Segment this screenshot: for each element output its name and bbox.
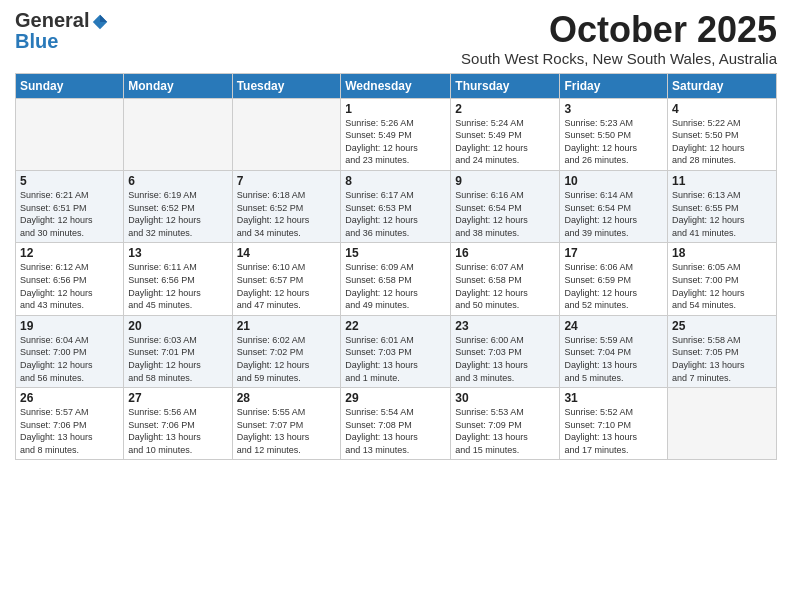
day-info: Sunrise: 6:19 AMSunset: 6:52 PMDaylight:…: [128, 189, 227, 239]
calendar-cell: 8Sunrise: 6:17 AMSunset: 6:53 PMDaylight…: [341, 170, 451, 242]
day-number: 31: [564, 391, 663, 405]
day-info: Sunrise: 6:14 AMSunset: 6:54 PMDaylight:…: [564, 189, 663, 239]
day-number: 29: [345, 391, 446, 405]
header-day-friday: Friday: [560, 73, 668, 98]
day-number: 23: [455, 319, 555, 333]
day-info: Sunrise: 6:12 AMSunset: 6:56 PMDaylight:…: [20, 261, 119, 311]
day-number: 4: [672, 102, 772, 116]
day-number: 2: [455, 102, 555, 116]
calendar-cell: [16, 98, 124, 170]
day-info: Sunrise: 5:26 AMSunset: 5:49 PMDaylight:…: [345, 117, 446, 167]
day-info: Sunrise: 5:24 AMSunset: 5:49 PMDaylight:…: [455, 117, 555, 167]
calendar-cell: 15Sunrise: 6:09 AMSunset: 6:58 PMDayligh…: [341, 243, 451, 315]
calendar-cell: 1Sunrise: 5:26 AMSunset: 5:49 PMDaylight…: [341, 98, 451, 170]
calendar-cell: 16Sunrise: 6:07 AMSunset: 6:58 PMDayligh…: [451, 243, 560, 315]
day-number: 7: [237, 174, 337, 188]
header-day-wednesday: Wednesday: [341, 73, 451, 98]
calendar-cell: 19Sunrise: 6:04 AMSunset: 7:00 PMDayligh…: [16, 315, 124, 387]
calendar-cell: [232, 98, 341, 170]
day-info: Sunrise: 6:03 AMSunset: 7:01 PMDaylight:…: [128, 334, 227, 384]
day-info: Sunrise: 6:13 AMSunset: 6:55 PMDaylight:…: [672, 189, 772, 239]
logo-blue-text: Blue: [15, 31, 109, 51]
day-info: Sunrise: 6:11 AMSunset: 6:56 PMDaylight:…: [128, 261, 227, 311]
day-info: Sunrise: 6:06 AMSunset: 6:59 PMDaylight:…: [564, 261, 663, 311]
calendar-cell: 30Sunrise: 5:53 AMSunset: 7:09 PMDayligh…: [451, 388, 560, 460]
calendar-cell: 17Sunrise: 6:06 AMSunset: 6:59 PMDayligh…: [560, 243, 668, 315]
day-number: 20: [128, 319, 227, 333]
day-number: 3: [564, 102, 663, 116]
calendar-week-4: 19Sunrise: 6:04 AMSunset: 7:00 PMDayligh…: [16, 315, 777, 387]
day-info: Sunrise: 6:05 AMSunset: 7:00 PMDaylight:…: [672, 261, 772, 311]
day-info: Sunrise: 5:56 AMSunset: 7:06 PMDaylight:…: [128, 406, 227, 456]
header-day-tuesday: Tuesday: [232, 73, 341, 98]
calendar-cell: 2Sunrise: 5:24 AMSunset: 5:49 PMDaylight…: [451, 98, 560, 170]
day-number: 12: [20, 246, 119, 260]
day-number: 19: [20, 319, 119, 333]
calendar-cell: [124, 98, 232, 170]
day-info: Sunrise: 6:04 AMSunset: 7:00 PMDaylight:…: [20, 334, 119, 384]
header-day-monday: Monday: [124, 73, 232, 98]
day-number: 18: [672, 246, 772, 260]
day-number: 27: [128, 391, 227, 405]
day-info: Sunrise: 5:58 AMSunset: 7:05 PMDaylight:…: [672, 334, 772, 384]
header-day-thursday: Thursday: [451, 73, 560, 98]
day-number: 15: [345, 246, 446, 260]
header: General Blue October 2025 South West Roc…: [15, 10, 777, 67]
calendar-cell: 10Sunrise: 6:14 AMSunset: 6:54 PMDayligh…: [560, 170, 668, 242]
calendar-cell: 13Sunrise: 6:11 AMSunset: 6:56 PMDayligh…: [124, 243, 232, 315]
day-number: 21: [237, 319, 337, 333]
day-info: Sunrise: 6:07 AMSunset: 6:58 PMDaylight:…: [455, 261, 555, 311]
calendar-cell: 14Sunrise: 6:10 AMSunset: 6:57 PMDayligh…: [232, 243, 341, 315]
day-number: 11: [672, 174, 772, 188]
subtitle: South West Rocks, New South Wales, Austr…: [461, 50, 777, 67]
logo-area: General Blue: [15, 10, 109, 51]
day-number: 30: [455, 391, 555, 405]
day-info: Sunrise: 5:54 AMSunset: 7:08 PMDaylight:…: [345, 406, 446, 456]
day-number: 13: [128, 246, 227, 260]
day-info: Sunrise: 6:09 AMSunset: 6:58 PMDaylight:…: [345, 261, 446, 311]
day-info: Sunrise: 5:53 AMSunset: 7:09 PMDaylight:…: [455, 406, 555, 456]
calendar-cell: 6Sunrise: 6:19 AMSunset: 6:52 PMDaylight…: [124, 170, 232, 242]
calendar-cell: 5Sunrise: 6:21 AMSunset: 6:51 PMDaylight…: [16, 170, 124, 242]
day-info: Sunrise: 6:16 AMSunset: 6:54 PMDaylight:…: [455, 189, 555, 239]
day-number: 24: [564, 319, 663, 333]
calendar-week-1: 1Sunrise: 5:26 AMSunset: 5:49 PMDaylight…: [16, 98, 777, 170]
calendar-cell: 9Sunrise: 6:16 AMSunset: 6:54 PMDaylight…: [451, 170, 560, 242]
day-number: 17: [564, 246, 663, 260]
calendar-cell: [668, 388, 777, 460]
day-info: Sunrise: 5:52 AMSunset: 7:10 PMDaylight:…: [564, 406, 663, 456]
month-title: October 2025: [461, 10, 777, 50]
calendar-cell: 24Sunrise: 5:59 AMSunset: 7:04 PMDayligh…: [560, 315, 668, 387]
day-number: 6: [128, 174, 227, 188]
calendar-cell: 31Sunrise: 5:52 AMSunset: 7:10 PMDayligh…: [560, 388, 668, 460]
logo: General Blue: [15, 10, 109, 51]
calendar-cell: 3Sunrise: 5:23 AMSunset: 5:50 PMDaylight…: [560, 98, 668, 170]
day-info: Sunrise: 5:55 AMSunset: 7:07 PMDaylight:…: [237, 406, 337, 456]
calendar-week-5: 26Sunrise: 5:57 AMSunset: 7:06 PMDayligh…: [16, 388, 777, 460]
day-info: Sunrise: 6:21 AMSunset: 6:51 PMDaylight:…: [20, 189, 119, 239]
day-info: Sunrise: 6:10 AMSunset: 6:57 PMDaylight:…: [237, 261, 337, 311]
calendar-cell: 29Sunrise: 5:54 AMSunset: 7:08 PMDayligh…: [341, 388, 451, 460]
day-info: Sunrise: 6:02 AMSunset: 7:02 PMDaylight:…: [237, 334, 337, 384]
logo-general-text: General: [15, 9, 89, 31]
day-number: 1: [345, 102, 446, 116]
day-number: 26: [20, 391, 119, 405]
calendar-table: SundayMondayTuesdayWednesdayThursdayFrid…: [15, 73, 777, 461]
day-number: 25: [672, 319, 772, 333]
calendar-cell: 7Sunrise: 6:18 AMSunset: 6:52 PMDaylight…: [232, 170, 341, 242]
day-number: 8: [345, 174, 446, 188]
logo-icon: [91, 13, 109, 31]
calendar-week-2: 5Sunrise: 6:21 AMSunset: 6:51 PMDaylight…: [16, 170, 777, 242]
day-number: 9: [455, 174, 555, 188]
page: General Blue October 2025 South West Roc…: [0, 0, 792, 612]
day-info: Sunrise: 6:18 AMSunset: 6:52 PMDaylight:…: [237, 189, 337, 239]
day-info: Sunrise: 5:23 AMSunset: 5:50 PMDaylight:…: [564, 117, 663, 167]
day-info: Sunrise: 6:01 AMSunset: 7:03 PMDaylight:…: [345, 334, 446, 384]
calendar-cell: 11Sunrise: 6:13 AMSunset: 6:55 PMDayligh…: [668, 170, 777, 242]
calendar-week-3: 12Sunrise: 6:12 AMSunset: 6:56 PMDayligh…: [16, 243, 777, 315]
day-info: Sunrise: 5:59 AMSunset: 7:04 PMDaylight:…: [564, 334, 663, 384]
day-number: 22: [345, 319, 446, 333]
header-day-saturday: Saturday: [668, 73, 777, 98]
day-number: 5: [20, 174, 119, 188]
day-info: Sunrise: 5:22 AMSunset: 5:50 PMDaylight:…: [672, 117, 772, 167]
